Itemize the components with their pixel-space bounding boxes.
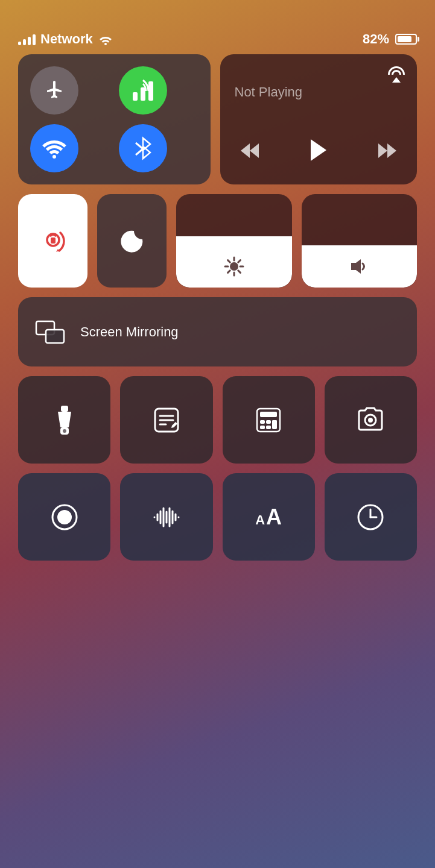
lock-rotation-button[interactable] xyxy=(18,194,87,288)
svg-line-18 xyxy=(238,271,241,273)
svg-marker-5 xyxy=(241,143,250,158)
volume-icon xyxy=(349,256,369,277)
svg-rect-39 xyxy=(272,420,277,429)
wifi-button[interactable] xyxy=(30,124,78,172)
svg-line-19 xyxy=(238,260,241,263)
voice-memo-button[interactable] xyxy=(120,473,212,561)
brightness-slider[interactable] xyxy=(176,194,292,288)
svg-line-20 xyxy=(227,271,230,273)
calculator-icon xyxy=(255,406,282,434)
svg-marker-8 xyxy=(378,143,387,158)
signal-bars-icon xyxy=(18,33,36,45)
row-shortcuts-1 xyxy=(18,376,417,464)
calculator-button[interactable] xyxy=(223,376,315,464)
bar3 xyxy=(28,37,31,45)
row-screen-mirroring: Screen Mirroring xyxy=(18,297,417,366)
svg-rect-11 xyxy=(51,237,56,244)
svg-point-27 xyxy=(63,429,66,433)
camera-icon xyxy=(355,407,386,433)
voice-memo-icon xyxy=(151,503,182,531)
airplane-mode-button[interactable] xyxy=(30,66,78,115)
text-size-button[interactable]: A A xyxy=(223,473,315,561)
bluetooth-icon xyxy=(132,136,154,161)
svg-rect-33 xyxy=(260,412,277,417)
notes-button[interactable] xyxy=(120,376,212,464)
play-button[interactable] xyxy=(303,133,334,172)
cellular-button[interactable] xyxy=(119,66,167,115)
lock-rotation-icon xyxy=(37,225,69,257)
airplay-icon[interactable] xyxy=(386,64,407,86)
svg-rect-34 xyxy=(260,420,265,424)
svg-marker-25 xyxy=(58,412,71,427)
flashlight-button[interactable] xyxy=(18,376,110,464)
status-left: Network xyxy=(18,31,113,47)
battery-percentage: 82% xyxy=(363,31,389,47)
not-playing-label: Not Playing xyxy=(235,84,403,100)
do-not-disturb-button[interactable] xyxy=(97,194,167,288)
camera-button[interactable] xyxy=(325,376,417,464)
now-playing-tile[interactable]: Not Playing xyxy=(220,54,418,184)
bluetooth-button[interactable] xyxy=(119,124,167,172)
svg-line-3 xyxy=(136,143,143,149)
notes-icon xyxy=(153,406,180,434)
screen-record-button[interactable] xyxy=(18,473,110,561)
svg-marker-7 xyxy=(311,139,326,161)
text-size-icon: A A xyxy=(255,505,282,530)
row-controls xyxy=(18,194,417,288)
svg-point-43 xyxy=(57,510,72,524)
svg-rect-23 xyxy=(46,330,64,343)
control-center: Not Playing xyxy=(18,54,417,561)
status-bar: Network 82% xyxy=(0,0,435,60)
rewind-button[interactable] xyxy=(235,137,265,168)
svg-marker-6 xyxy=(250,143,259,158)
status-right: 82% xyxy=(363,31,417,47)
fast-forward-button[interactable] xyxy=(372,137,402,168)
network-tile[interactable] xyxy=(18,54,211,184)
bar4 xyxy=(33,34,36,45)
svg-line-17 xyxy=(227,260,230,263)
clock-icon xyxy=(357,503,384,531)
bar2 xyxy=(23,39,26,45)
svg-rect-35 xyxy=(266,420,271,424)
svg-line-4 xyxy=(136,149,143,155)
svg-marker-21 xyxy=(351,259,361,274)
svg-rect-0 xyxy=(133,92,138,101)
moon-icon xyxy=(117,226,147,256)
network-label: Network xyxy=(40,31,93,47)
brightness-icon xyxy=(224,256,244,277)
svg-rect-38 xyxy=(266,426,271,429)
screen-mirroring-label: Screen Mirroring xyxy=(80,324,179,340)
screen-record-icon xyxy=(51,503,78,531)
playback-controls xyxy=(235,133,403,172)
volume-slider[interactable] xyxy=(302,194,418,288)
screen-mirroring-button[interactable]: Screen Mirroring xyxy=(18,297,417,366)
bar1 xyxy=(18,42,21,45)
flashlight-icon xyxy=(54,404,75,436)
cellular-icon xyxy=(130,79,156,102)
svg-point-41 xyxy=(368,418,373,423)
screen-mirroring-icon xyxy=(35,320,68,344)
svg-point-12 xyxy=(230,262,238,271)
svg-rect-37 xyxy=(260,426,265,429)
row-shortcuts-2: A A xyxy=(18,473,417,561)
clock-button[interactable] xyxy=(325,473,417,561)
svg-rect-24 xyxy=(61,406,68,412)
battery-icon xyxy=(395,34,417,45)
svg-rect-1 xyxy=(141,87,145,101)
svg-marker-9 xyxy=(387,143,396,158)
wifi-tile-icon xyxy=(41,137,68,160)
wifi-status-icon xyxy=(98,33,113,45)
airplane-icon xyxy=(42,78,66,102)
row-network-media: Not Playing xyxy=(18,54,417,184)
